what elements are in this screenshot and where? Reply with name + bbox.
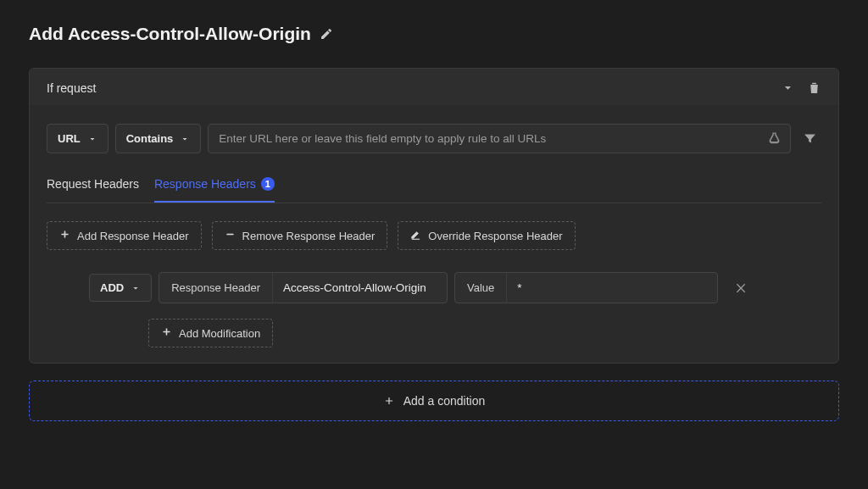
source-dropdown-label: URL [58, 132, 81, 145]
test-url-icon[interactable] [767, 131, 782, 146]
modification-type-dropdown[interactable]: ADD [89, 274, 152, 302]
header-value-field-group: Value [454, 272, 718, 303]
plus-icon [161, 326, 172, 340]
chevron-down-icon [180, 134, 190, 144]
modification-type-label: ADD [100, 281, 124, 294]
button-label: Add Response Header [77, 230, 189, 242]
button-label: Add Modification [179, 327, 260, 340]
button-label: Override Response Header [428, 230, 562, 242]
close-icon [735, 281, 748, 295]
filter-button[interactable] [798, 124, 821, 153]
plus-icon [383, 395, 395, 407]
minus-icon [225, 229, 236, 242]
delete-card-icon[interactable] [807, 81, 821, 95]
add-response-header-button[interactable]: Add Response Header [47, 221, 202, 250]
operator-dropdown-label: Contains [126, 132, 174, 145]
override-response-header-button[interactable]: Override Response Header [398, 221, 575, 250]
add-modification-button[interactable]: Add Modification [148, 319, 273, 347]
tab-response-headers[interactable]: Response Headers 1 [154, 169, 275, 203]
edit-title-icon[interactable] [320, 27, 333, 41]
tab-label: Request Headers [47, 177, 139, 191]
header-name-label: Response Header [159, 273, 273, 303]
tab-label: Response Headers [154, 177, 256, 191]
remove-response-header-button[interactable]: Remove Response Header [212, 221, 388, 250]
tab-request-headers[interactable]: Request Headers [47, 169, 139, 203]
plus-icon [59, 229, 70, 242]
chevron-down-icon [87, 134, 97, 144]
source-dropdown[interactable]: URL [47, 124, 108, 153]
card-heading: If request [47, 81, 96, 95]
chevron-down-icon [131, 283, 141, 293]
add-condition-button[interactable]: Add a condition [29, 381, 839, 421]
button-label: Remove Response Header [242, 230, 376, 242]
edit-icon [410, 229, 421, 242]
add-condition-label: Add a condition [403, 394, 486, 408]
header-name-field-group: Response Header [159, 272, 448, 303]
request-condition-card: If request URL Contains [29, 68, 839, 364]
operator-dropdown[interactable]: Contains [115, 124, 202, 153]
page-title: Add Access-Control-Allow-Origin [29, 24, 311, 44]
header-value-input[interactable] [507, 273, 717, 303]
header-value-label: Value [455, 273, 507, 303]
filter-icon [803, 131, 817, 146]
url-input-container [208, 124, 791, 153]
header-name-input[interactable] [273, 273, 447, 303]
collapse-card-icon[interactable] [781, 81, 795, 95]
remove-modification-button[interactable] [730, 276, 754, 300]
tab-count-badge: 1 [261, 177, 275, 191]
url-input[interactable] [217, 125, 767, 153]
